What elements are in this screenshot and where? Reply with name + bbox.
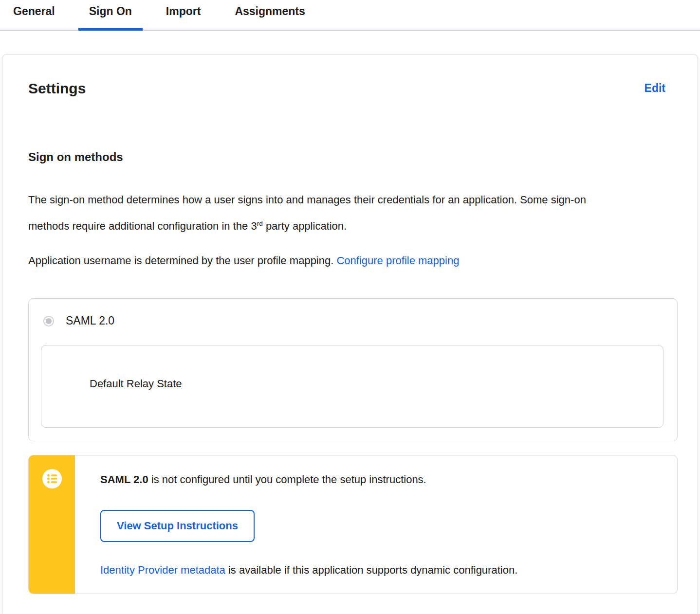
username-mapping-text: Application username is determined by th… [28,254,336,267]
saml-radio[interactable] [43,316,54,326]
username-mapping-line: Application username is determined by th… [28,249,627,272]
saml-radio-row: SAML 2.0 [43,314,663,327]
configure-profile-mapping-link[interactable]: Configure profile mapping [336,254,459,267]
metadata-text: is available if this application support… [225,564,517,576]
warning-strip [29,455,75,594]
tab-sign-on[interactable]: Sign On [78,5,143,30]
sign-on-methods-heading: Sign on methods [28,150,678,164]
callout-body: SAML 2.0 is not configured until you com… [75,455,677,594]
sign-on-methods-description: The sign-on method determines how a user… [28,188,627,238]
tab-bar: General Sign On Import Assignments [0,0,700,31]
callout-message-bold: SAML 2.0 [100,473,148,486]
tab-import[interactable]: Import [155,5,212,30]
description-text-tail: party application. [263,220,347,232]
saml-radio-label: SAML 2.0 [66,314,114,327]
tab-general[interactable]: General [2,5,66,30]
view-setup-instructions-button[interactable]: View Setup Instructions [100,510,255,542]
saml-radio-dot [46,318,52,324]
callout-message: SAML 2.0 is not configured until you com… [100,473,667,487]
callout-message-text: is not configured until you complete the… [148,473,426,486]
default-relay-state-label: Default Relay State [90,378,182,390]
settings-card-header: Settings Edit [28,79,678,97]
saml-method-box: SAML 2.0 Default Relay State [28,298,678,441]
tab-assignments[interactable]: Assignments [224,5,315,30]
identity-provider-metadata-link[interactable]: Identity Provider metadata [100,564,225,576]
saml-warning-callout: SAML 2.0 is not configured until you com… [28,455,678,594]
list-icon [42,469,62,490]
relay-state-box: Default Relay State [41,345,663,428]
settings-card: Settings Edit Sign on methods The sign-o… [2,54,698,614]
page-title: Settings [28,79,86,97]
description-superscript: rd [257,220,263,227]
metadata-line: Identity Provider metadata is available … [100,563,667,577]
edit-button[interactable]: Edit [645,82,665,95]
